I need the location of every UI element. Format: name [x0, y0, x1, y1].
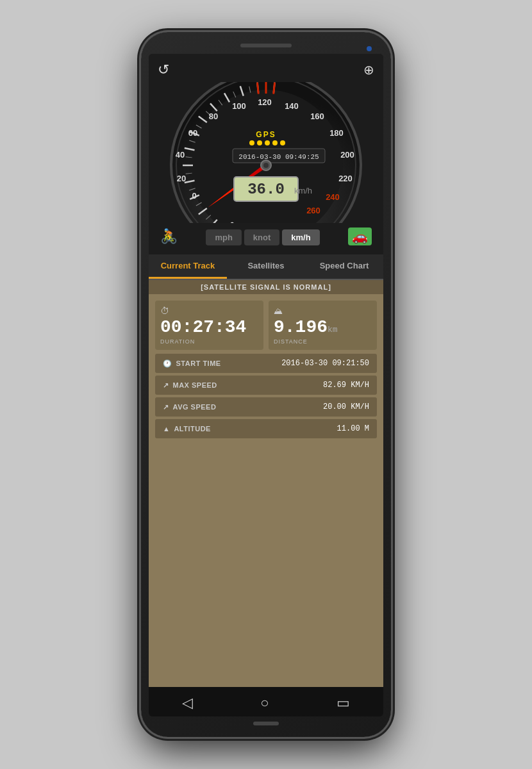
gauge-container: 0 0 20 40 60 80 100 120 140 160 180 200 … [163, 82, 369, 223]
max-speed-icon: ↗ [163, 381, 169, 390]
svg-point-52 [272, 140, 278, 145]
timer-icon: ⏱ [160, 306, 169, 316]
svg-text:180: 180 [329, 128, 344, 138]
phone-frame: ↺ ⊕ [141, 32, 391, 737]
distance-label: DISTANCE [274, 338, 372, 345]
svg-point-49 [249, 140, 254, 145]
altitude-left: ▲ ALTITUDE [163, 425, 211, 433]
svg-text:GPS: GPS [256, 130, 276, 139]
avg-speed-left: ↗ AVG SPEED [163, 403, 216, 411]
gauge-svg: 0 0 20 40 60 80 100 120 140 160 180 200 … [163, 82, 369, 223]
side-icons: 🚴 mph knot km/h 🚗 [155, 223, 377, 249]
knot-button[interactable]: knot [244, 229, 279, 245]
svg-text:40: 40 [176, 150, 185, 160]
stats-top: ⏱ 00:27:34 DURATION ⛰ 9.196km DISTANCE [149, 294, 383, 354]
distance-icon: ⛰ [274, 306, 283, 316]
duration-icon-label: ⏱ [160, 306, 258, 316]
svg-text:240: 240 [326, 192, 340, 202]
home-button[interactable]: ○ [260, 695, 269, 711]
distance-value: 9.196km [274, 317, 372, 337]
distance-box: ⛰ 9.196km DISTANCE [269, 301, 377, 350]
svg-line-30 [257, 83, 258, 94]
altitude-row: ▲ ALTITUDE 11.00 M [155, 419, 377, 438]
svg-text:60: 60 [188, 128, 197, 138]
altitude-value: 11.00 M [337, 424, 369, 433]
top-bar: ↺ ⊕ [155, 62, 377, 78]
svg-text:140: 140 [285, 101, 299, 111]
tab-speed-chart[interactable]: Speed Chart [305, 254, 383, 279]
svg-text:120: 120 [258, 97, 272, 107]
svg-text:100: 100 [232, 101, 246, 111]
tab-bar: Current Track Satellites Speed Chart [149, 254, 383, 280]
max-speed-value: 82.69 KM/H [323, 381, 369, 390]
home-pill [253, 722, 279, 725]
svg-text:200: 200 [340, 150, 354, 160]
avg-speed-row: ↗ AVG SPEED 20.00 KM/H [155, 397, 377, 417]
distance-icon-label: ⛰ [274, 306, 372, 316]
avg-speed-icon: ↗ [163, 403, 169, 411]
duration-label: DURATION [160, 338, 258, 345]
avg-speed-label: AVG SPEED [173, 403, 217, 411]
svg-text:160: 160 [310, 112, 324, 121]
signal-banner: [SATELLITE SIGNAL IS NORMAL] [149, 280, 383, 294]
svg-point-59 [263, 163, 269, 168]
start-time-label: START TIME [176, 360, 221, 367]
phone-speaker [240, 44, 292, 47]
avg-speed-value: 20.00 KM/H [323, 402, 369, 411]
kmh-button[interactable]: km/h [282, 229, 319, 245]
svg-text:0: 0 [192, 191, 196, 201]
back-button[interactable]: ◁ [182, 695, 193, 711]
svg-text:36.0: 36.0 [247, 181, 285, 198]
track-content: [SATELLITE SIGNAL IS NORMAL] ⏱ 00:27:34 … [149, 280, 383, 687]
tab-satellites[interactable]: Satellites [227, 254, 305, 279]
car-icon[interactable]: 🚗 [348, 227, 372, 245]
detail-rows: 🕐 START TIME 2016-03-30 09:21:50 ↗ MAX S… [149, 354, 383, 445]
svg-point-50 [257, 140, 262, 145]
svg-text:220: 220 [338, 174, 353, 183]
start-time-left: 🕐 START TIME [163, 360, 221, 368]
svg-point-53 [280, 140, 285, 145]
recents-button[interactable]: ▭ [337, 695, 350, 711]
max-speed-label: MAX SPEED [173, 381, 217, 389]
bottom-nav: ◁ ○ ▭ [149, 687, 383, 716]
duration-value: 00:27:34 [160, 317, 258, 337]
svg-text:2016-03-30 09:49:25: 2016-03-30 09:49:25 [238, 153, 319, 161]
start-time-icon: 🕐 [163, 360, 172, 368]
svg-line-32 [274, 83, 275, 94]
svg-text:260: 260 [306, 206, 320, 215]
svg-text:km/h: km/h [294, 186, 312, 195]
svg-text:80: 80 [209, 112, 218, 121]
start-time-row: 🕐 START TIME 2016-03-30 09:21:50 [155, 354, 377, 373]
start-time-value: 2016-03-30 09:21:50 [281, 359, 369, 368]
altitude-label: ALTITUDE [174, 425, 211, 433]
max-speed-left: ↗ MAX SPEED [163, 381, 217, 390]
settings-icon[interactable]: ⊕ [363, 62, 374, 78]
duration-box: ⏱ 00:27:34 DURATION [155, 301, 263, 350]
mph-button[interactable]: mph [206, 229, 241, 245]
phone-camera [367, 46, 372, 51]
screen: ↺ ⊕ [149, 54, 383, 716]
max-speed-row: ↗ MAX SPEED 82.69 KM/H [155, 376, 377, 395]
speedometer-section: ↺ ⊕ [149, 54, 383, 254]
tab-current-track[interactable]: Current Track [149, 254, 227, 279]
reset-icon[interactable]: ↺ [158, 62, 169, 78]
altitude-icon: ▲ [163, 425, 170, 433]
svg-point-51 [265, 140, 270, 145]
svg-text:20: 20 [177, 174, 186, 183]
mode-buttons: mph knot km/h [206, 229, 319, 245]
bike-icon[interactable]: 🚴 [160, 228, 178, 245]
